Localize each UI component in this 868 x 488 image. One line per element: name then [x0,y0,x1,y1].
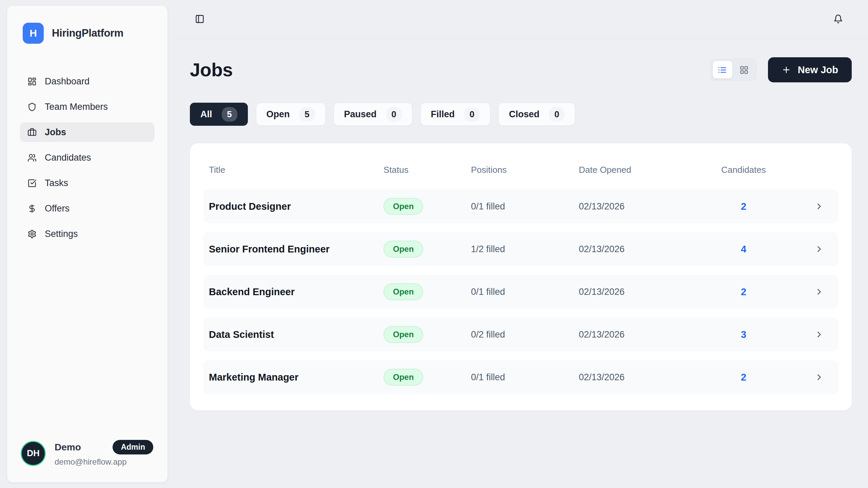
topbar [174,0,868,38]
filter-tab[interactable]: Closed 0 [498,103,575,126]
row-chevron[interactable] [814,372,833,382]
filter-tab-count: 5 [299,107,315,122]
sidebar-nav-label: Dashboard [45,76,90,87]
table-header-row: Title Status Positions Date Opened Candi… [203,160,838,179]
row-chevron[interactable] [814,244,833,254]
column-header-candidates: Candidates [713,165,774,175]
status-filter-tabs: All 5 Open 5 Paused 0 Filled 0 [190,103,852,126]
filter-tab[interactable]: All 5 [190,103,248,126]
sidebar-nav-item[interactable]: Dashboard [20,72,155,91]
page-title: Jobs [190,59,233,81]
job-title: Backend Engineer [209,286,383,298]
column-header-status: Status [383,165,471,175]
table-row[interactable]: Senior Frontend Engineer Open 1/2 filled… [203,232,838,266]
date-opened-cell: 02/13/2026 [579,329,713,340]
user-avatar: DH [21,441,46,466]
settings-icon [27,229,37,239]
grid-view-button[interactable] [734,61,754,79]
job-title: Product Designer [209,201,383,212]
bell-icon [833,14,843,24]
sidebar-nav-label: Candidates [45,152,91,163]
row-chevron[interactable] [814,330,833,339]
sidebar-nav: Dashboard Team Members Jobs Candidates T… [7,72,167,244]
table-row[interactable]: Marketing Manager Open 0/1 filled 02/13/… [203,360,838,394]
column-header-positions: Positions [471,165,579,175]
main-area: Jobs New Job All [174,0,868,488]
grid-icon [739,65,749,75]
column-header-date-opened: Date Opened [579,165,713,175]
status-badge: Open [383,198,423,215]
chevron-right-icon [814,330,824,339]
table-row[interactable]: Backend Engineer Open 0/1 filled 02/13/2… [203,275,838,309]
row-chevron[interactable] [814,202,833,211]
brand-logo: H [23,23,44,44]
jobs-table-body: Product Designer Open 0/1 filled 02/13/2… [203,189,838,394]
table-row[interactable]: Product Designer Open 0/1 filled 02/13/2… [203,189,838,223]
user-section[interactable]: DH Demo Admin demo@hireflow.app [7,440,167,482]
date-opened-cell: 02/13/2026 [579,287,713,297]
sidebar-nav-label: Tasks [45,178,68,188]
positions-cell: 0/2 filled [471,329,579,340]
user-role-badge: Admin [113,440,153,454]
date-opened-cell: 02/13/2026 [579,244,713,255]
chevron-right-icon [814,287,824,297]
sidebar-nav-label: Team Members [45,102,108,112]
job-title: Senior Frontend Engineer [209,244,383,255]
panel-left-icon [195,14,204,24]
brand-name: HiringPlatform [52,27,123,39]
sidebar-nav-item[interactable]: Tasks [20,173,155,193]
list-icon [718,65,727,75]
chevron-right-icon [814,372,824,382]
date-opened-cell: 02/13/2026 [579,201,713,212]
filter-tab-label: All [200,109,212,120]
plus-icon [782,65,791,75]
chevron-right-icon [814,202,824,211]
filter-tab-count: 0 [549,107,565,122]
sidebar-nav-item[interactable]: Team Members [20,97,155,117]
view-toggle [710,59,756,81]
positions-cell: 1/2 filled [471,244,579,255]
positions-cell: 0/1 filled [471,201,579,212]
user-email: demo@hireflow.app [55,457,153,467]
row-chevron[interactable] [814,287,833,297]
candidates-count[interactable]: 2 [713,201,774,212]
sidebar-nav-label: Offers [45,203,70,214]
filter-tab-label: Paused [344,109,377,120]
list-view-button[interactable] [713,61,732,79]
sidebar-toggle-button[interactable] [195,14,204,24]
page-content: Jobs New Job All [174,38,868,410]
filter-tab[interactable]: Filled 0 [420,103,491,126]
jobs-table-card: Title Status Positions Date Opened Candi… [190,143,852,410]
status-badge: Open [383,369,423,386]
candidates-count[interactable]: 2 [713,286,774,298]
job-title: Data Scientist [209,329,383,340]
dashboard-icon [27,77,37,86]
candidates-count[interactable]: 2 [713,372,774,383]
filter-tab[interactable]: Paused 0 [334,103,412,126]
chevron-right-icon [814,244,824,254]
dollar-icon [27,204,37,213]
positions-cell: 0/1 filled [471,287,579,297]
sidebar-nav-label: Settings [45,229,78,239]
notifications-button[interactable] [833,14,843,24]
status-badge: Open [383,283,423,300]
users-icon [27,153,37,162]
new-job-button[interactable]: New Job [768,57,852,82]
sidebar: H HiringPlatform Dashboard Team Members … [7,5,168,483]
filter-tab-label: Closed [509,109,539,120]
sidebar-nav-item[interactable]: Jobs [20,122,155,142]
sidebar-nav-item[interactable]: Candidates [20,148,155,167]
filter-tab-count: 5 [222,107,237,122]
brand: H HiringPlatform [7,6,167,44]
filter-tab-count: 0 [386,107,402,122]
briefcase-icon [27,128,37,137]
positions-cell: 0/1 filled [471,372,579,383]
sidebar-nav-item[interactable]: Settings [20,224,155,244]
candidates-count[interactable]: 4 [713,244,774,255]
sidebar-nav-item[interactable]: Offers [20,199,155,218]
candidates-count[interactable]: 3 [713,329,774,340]
filter-tab-count: 0 [464,107,480,122]
filter-tab[interactable]: Open 5 [256,103,326,126]
filter-tab-label: Filled [431,109,455,120]
table-row[interactable]: Data Scientist Open 0/2 filled 02/13/202… [203,318,838,351]
